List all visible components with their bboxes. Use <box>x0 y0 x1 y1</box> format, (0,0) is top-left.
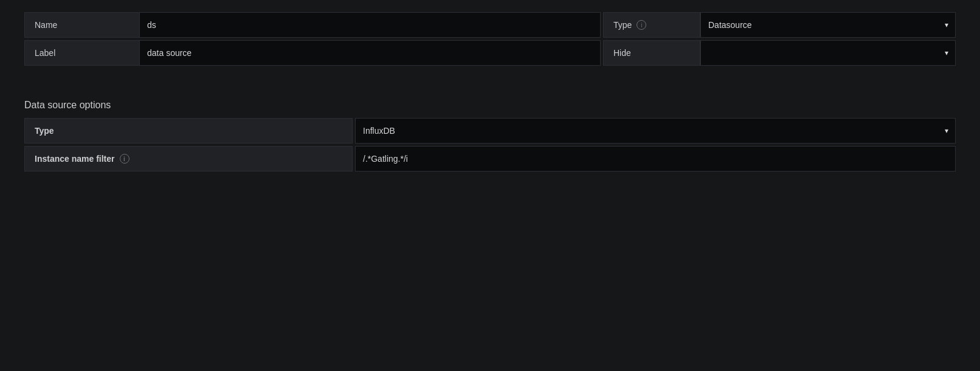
instance-name-filter-label: Instance name filter i <box>24 146 353 172</box>
hide-select[interactable]: Variable Label and variable <box>700 40 956 66</box>
hide-group: Hide Variable Label and variable ▾ <box>603 40 956 66</box>
ds-type-select-wrapper: InfluxDB Prometheus MySQL PostgreSQL ▾ <box>355 118 956 144</box>
instance-name-filter-label-text: Instance name filter <box>35 154 115 164</box>
ds-type-select[interactable]: InfluxDB Prometheus MySQL PostgreSQL <box>355 118 956 144</box>
instance-name-filter-input-cell <box>355 146 956 172</box>
name-type-row: Name Type i Datasource Query Custom Cons… <box>24 12 956 38</box>
type-label-text: Type <box>613 20 632 30</box>
section-title: Data source options <box>24 100 956 111</box>
label-hide-row: Label Hide Variable Label and variable ▾ <box>24 40 956 66</box>
type-select[interactable]: Datasource Query Custom Constant Text bo… <box>700 12 956 38</box>
label-label-text: Label <box>35 48 55 58</box>
name-label: Name <box>24 12 140 38</box>
hide-label-text: Hide <box>613 48 631 58</box>
ds-type-row: Type InfluxDB Prometheus MySQL PostgreSQ… <box>24 118 956 144</box>
instance-name-filter-row: Instance name filter i <box>24 146 956 172</box>
name-label-text: Name <box>35 20 57 30</box>
name-group: Name <box>24 12 601 38</box>
instance-name-filter-info-icon[interactable]: i <box>120 154 129 164</box>
data-source-options-section: Data source options Type InfluxDB Promet… <box>24 100 956 172</box>
spacer <box>24 68 956 88</box>
type-group: Type i Datasource Query Custom Constant … <box>603 12 956 38</box>
type-select-wrapper: Datasource Query Custom Constant Text bo… <box>700 12 956 38</box>
ds-type-label-text: Type <box>35 126 54 136</box>
type-label: Type i <box>603 12 700 38</box>
page-container: Name Type i Datasource Query Custom Cons… <box>0 0 980 371</box>
label-label: Label <box>24 40 140 66</box>
label-input[interactable] <box>140 40 601 66</box>
type-info-icon[interactable]: i <box>637 20 646 30</box>
instance-name-filter-input[interactable] <box>355 146 956 172</box>
hide-select-wrapper: Variable Label and variable ▾ <box>700 40 956 66</box>
label-group: Label <box>24 40 601 66</box>
name-input[interactable] <box>140 12 601 38</box>
hide-label: Hide <box>603 40 700 66</box>
ds-type-label: Type <box>24 118 353 144</box>
